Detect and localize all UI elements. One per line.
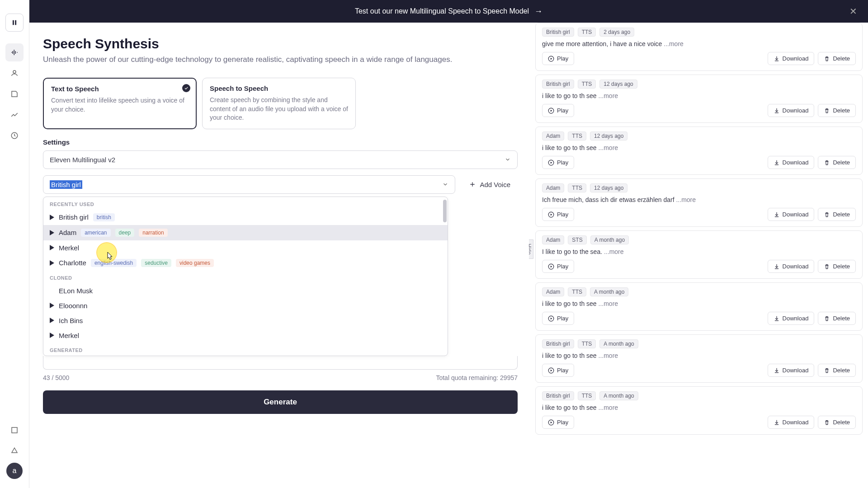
voice-option[interactable]: Ich Bins — [43, 313, 448, 328]
download-button[interactable]: Download — [768, 416, 815, 429]
history-tag: A month ago — [590, 235, 629, 244]
voice-option[interactable]: British girlbritish — [43, 210, 448, 225]
generate-button[interactable]: Generate — [43, 390, 518, 414]
history-text: i like to go to th see ...more — [542, 352, 856, 359]
play-button[interactable]: Play — [542, 312, 574, 325]
delete-button[interactable]: Delete — [818, 208, 856, 221]
mode-desc: Convert text into lifelike speech using … — [51, 96, 189, 114]
history-tag: STS — [568, 235, 586, 244]
more-link[interactable]: ...more — [676, 196, 696, 203]
play-icon[interactable] — [50, 245, 54, 250]
play-button[interactable]: Play — [542, 364, 574, 377]
play-button[interactable]: Play — [542, 52, 574, 65]
play-icon[interactable] — [50, 318, 54, 323]
dropdown-scrollbar[interactable] — [443, 200, 447, 222]
nav-resources-icon[interactable] — [5, 421, 24, 439]
model-select[interactable]: Eleven Multilingual v2 — [43, 150, 518, 169]
textarea-bottom[interactable] — [43, 356, 518, 370]
download-button[interactable]: Download — [768, 260, 815, 273]
close-icon[interactable]: ✕ — [849, 6, 857, 17]
download-button[interactable]: Download — [768, 156, 815, 169]
more-link[interactable]: ...more — [599, 404, 618, 411]
nav-projects-icon[interactable] — [5, 85, 24, 103]
history-tag: A month ago — [599, 339, 638, 348]
more-link[interactable]: ...more — [599, 144, 618, 151]
mode-card-sts[interactable]: Speech to Speech Create speech by combin… — [202, 78, 356, 129]
play-icon[interactable] — [50, 303, 54, 308]
voice-option[interactable]: ELon Musk — [43, 283, 448, 298]
delete-button[interactable]: Delete — [818, 52, 856, 65]
voice-select[interactable]: British girl — [43, 175, 455, 194]
history-text: i like to go to th see ...more — [542, 300, 856, 307]
voice-tag: seductive — [141, 259, 171, 267]
download-button[interactable]: Download — [768, 52, 815, 65]
voice-option[interactable]: Charlotteenglish-swedishseductivevideo g… — [43, 255, 448, 271]
download-button[interactable]: Download — [768, 364, 815, 377]
more-link[interactable]: ...more — [599, 352, 618, 359]
more-link[interactable]: ...more — [664, 40, 684, 47]
dropdown-section-header: RECENTLY USED — [43, 197, 448, 210]
nav-voices-icon[interactable] — [5, 64, 24, 82]
history-tag: TTS — [578, 28, 596, 37]
mode-desc: Create speech by combining the style and… — [210, 96, 348, 122]
history-tag: TTS — [578, 391, 596, 400]
voice-tag: english-swedish — [91, 259, 137, 267]
download-button[interactable]: Download — [768, 104, 815, 117]
svg-rect-1 — [15, 20, 16, 25]
play-icon[interactable] — [50, 260, 54, 266]
voice-option[interactable]: Merkel — [43, 240, 448, 255]
mode-title: Text to Speech — [51, 85, 189, 93]
pause-icon[interactable] — [5, 14, 24, 32]
delete-button[interactable]: Delete — [818, 312, 856, 325]
mode-card-tts[interactable]: Text to Speech Convert text into lifelik… — [43, 78, 197, 129]
delete-button[interactable]: Delete — [818, 260, 856, 273]
play-icon[interactable] — [50, 215, 54, 220]
play-button[interactable]: Play — [542, 208, 574, 221]
hide-button[interactable]: Hide — [529, 239, 533, 259]
delete-button[interactable]: Delete — [818, 156, 856, 169]
voice-option[interactable]: Elooonnn — [43, 298, 448, 313]
voice-name: Charlotte — [59, 259, 86, 267]
play-button[interactable]: Play — [542, 104, 574, 117]
voice-option[interactable]: Adamamericandeepnarration — [43, 225, 448, 240]
play-button[interactable]: Play — [542, 260, 574, 273]
voice-tag: narration — [139, 229, 167, 237]
voice-tag: american — [81, 229, 110, 237]
history-card: British girlTTSA month agoi like to go t… — [535, 334, 863, 383]
delete-button[interactable]: Delete — [818, 416, 856, 429]
delete-button[interactable]: Delete — [818, 364, 856, 377]
nav-notifications-icon[interactable] — [5, 442, 24, 460]
history-card: AdamTTSA month agoi like to go to th see… — [535, 282, 863, 331]
nav-dubbing-icon[interactable] — [5, 106, 24, 124]
banner-text: Test out our new Multilingual Speech to … — [355, 7, 529, 15]
play-icon[interactable] — [50, 230, 54, 235]
voice-name: British girl — [59, 213, 89, 221]
chevron-down-icon — [442, 181, 448, 188]
nav-synthesis-icon[interactable] — [5, 43, 24, 61]
voice-tag: deep — [115, 229, 135, 237]
voice-option[interactable]: Merkel — [43, 328, 448, 343]
more-link[interactable]: ...more — [599, 92, 618, 99]
voice-name: Elooonnn — [59, 302, 87, 310]
avatar[interactable]: a — [6, 463, 23, 479]
play-icon[interactable] — [50, 333, 54, 338]
svg-rect-4 — [12, 427, 17, 433]
dropdown-section-header: CLONED — [43, 271, 448, 283]
settings-label: Settings — [43, 138, 518, 146]
download-button[interactable]: Download — [768, 312, 815, 325]
history-tag: Adam — [542, 287, 564, 296]
more-link[interactable]: ...more — [604, 248, 624, 255]
download-button[interactable]: Download — [768, 208, 815, 221]
model-value: Eleven Multilingual v2 — [50, 156, 115, 164]
history-tag: TTS — [568, 287, 586, 296]
play-button[interactable]: Play — [542, 416, 574, 429]
delete-button[interactable]: Delete — [818, 104, 856, 117]
play-button[interactable]: Play — [542, 156, 574, 169]
arrow-right-icon[interactable]: → — [534, 7, 542, 16]
add-voice-button[interactable]: Add Voice — [462, 175, 518, 194]
char-count: 43 / 5000 — [43, 374, 69, 381]
nav-usage-icon[interactable] — [5, 127, 24, 145]
history-card: British girlTTS12 days agoi like to go t… — [535, 75, 863, 123]
more-link[interactable]: ...more — [599, 300, 618, 307]
history-card: AdamTTS12 days agoi like to go to th see… — [535, 127, 863, 175]
